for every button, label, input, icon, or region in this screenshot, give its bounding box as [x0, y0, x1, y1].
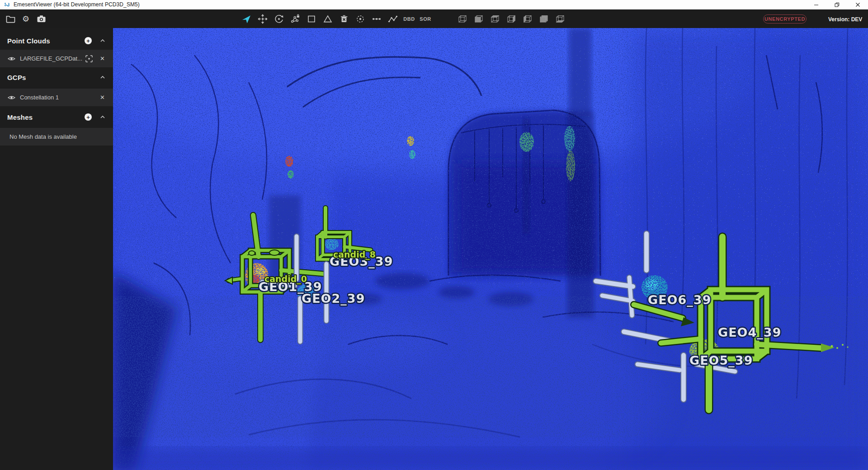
layers-sidebar: Point Clouds + LARGEFILE_GCPDat... — [0, 28, 113, 470]
orbit-rotate-icon[interactable] — [271, 9, 287, 28]
version-label: Version: DEV — [828, 16, 862, 23]
close-icon[interactable]: ✕ — [100, 94, 105, 101]
polyline-measure-icon[interactable] — [385, 9, 401, 28]
edit-tool-group: DBD SOR — [238, 9, 434, 28]
main-toolbar: ⚙ — [0, 9, 868, 28]
section-header-meshes[interactable]: Meshes + — [0, 108, 113, 126]
restore-button[interactable] — [826, 0, 847, 9]
chevron-up-icon[interactable] — [100, 115, 105, 119]
view-cube-bottom-icon[interactable] — [552, 9, 568, 28]
chevron-up-icon[interactable] — [100, 39, 105, 42]
navigate-cursor-icon[interactable] — [238, 9, 255, 28]
add-mesh-button[interactable]: + — [85, 113, 92, 121]
add-point-cloud-button[interactable]: + — [85, 37, 92, 44]
section-header-gcps[interactable]: GCPs — [0, 69, 113, 86]
title-bar: EmesentViewer (64-bit Development PCD3D_… — [0, 0, 868, 9]
sor-filter-button[interactable]: SOR — [417, 9, 434, 28]
view-cube-front-icon[interactable] — [471, 9, 487, 28]
mesh-empty-row: No Mesh data is available — [0, 128, 113, 146]
eye-icon[interactable] — [8, 95, 15, 100]
point-cloud-scene: GEO1_39 candid_0 GEO2_39 GEO3_39 candid_… — [113, 28, 868, 470]
gcp-constellation-item[interactable]: Constellation 1 ✕ — [0, 89, 113, 106]
segment-dots-icon[interactable] — [368, 9, 385, 28]
select-triangle-icon[interactable] — [320, 9, 336, 28]
sor-label: SOR — [420, 16, 431, 22]
gcp-label-geo6: GEO6_39 — [648, 293, 711, 307]
view-cube-right-icon[interactable] — [503, 9, 519, 28]
section-header-point-clouds[interactable]: Point Clouds + — [0, 32, 113, 49]
gcp-label-geo5: GEO5_39 — [689, 353, 753, 367]
select-box-icon[interactable] — [303, 9, 320, 28]
screenshot-camera-icon[interactable] — [33, 9, 49, 28]
section-title: Meshes — [7, 113, 33, 121]
settings-gear-icon[interactable]: ⚙ — [18, 9, 33, 28]
view-cube-wire-icon[interactable] — [454, 9, 471, 28]
view-cube-left-icon[interactable] — [519, 9, 536, 28]
dbd-filter-button[interactable]: DBD — [401, 9, 417, 28]
gcp-registration-lock-icon[interactable] — [287, 9, 303, 28]
gcp-label-geo4: GEO4_39 — [718, 325, 781, 339]
mesh-empty-message: No Mesh data is available — [9, 133, 77, 140]
close-button[interactable] — [847, 0, 868, 9]
chevron-up-icon[interactable] — [100, 75, 105, 79]
focus-extent-icon[interactable] — [85, 55, 93, 62]
viewport-canvas[interactable]: GEO1_39 candid_0 GEO2_39 GEO3_39 candid_… — [113, 28, 868, 470]
open-folder-icon[interactable] — [3, 9, 18, 28]
window-title: EmesentViewer (64-bit Development PCD3D_… — [14, 1, 140, 8]
close-icon[interactable]: ✕ — [100, 55, 105, 62]
candidate-label-candid8: candid_8 — [333, 249, 376, 260]
window-controls — [806, 0, 868, 9]
dbd-label: DBD — [403, 16, 415, 22]
delete-selection-icon[interactable] — [336, 9, 352, 28]
view-cube-group — [454, 9, 568, 28]
view-cube-solid-icon[interactable] — [536, 9, 552, 28]
unencrypted-badge: UNENCRYPTED — [763, 14, 807, 24]
candidate-label-candid0: candid_0 — [264, 274, 307, 284]
constellation-name: Constellation 1 — [20, 94, 59, 101]
minimize-button[interactable] — [806, 0, 826, 9]
gcp-label-geo2: GEO2_39 — [302, 291, 365, 306]
section-title: Point Clouds — [7, 37, 50, 45]
point-noise-light — [113, 28, 868, 263]
emesent-logo-icon — [4, 1, 10, 8]
app-window: EmesentViewer (64-bit Development PCD3D_… — [0, 0, 868, 470]
eye-icon[interactable] — [8, 56, 15, 61]
section-title: GCPs — [7, 74, 26, 81]
point-cloud-name: LARGEFILE_GCPDat... — [20, 55, 82, 62]
point-cloud-list-item[interactable]: LARGEFILE_GCPDat... ✕ — [0, 50, 113, 67]
pan-move-icon[interactable] — [255, 9, 271, 28]
pick-point-icon[interactable] — [352, 9, 368, 28]
file-tool-group: ⚙ — [3, 9, 49, 28]
view-cube-top-icon[interactable] — [487, 9, 503, 28]
